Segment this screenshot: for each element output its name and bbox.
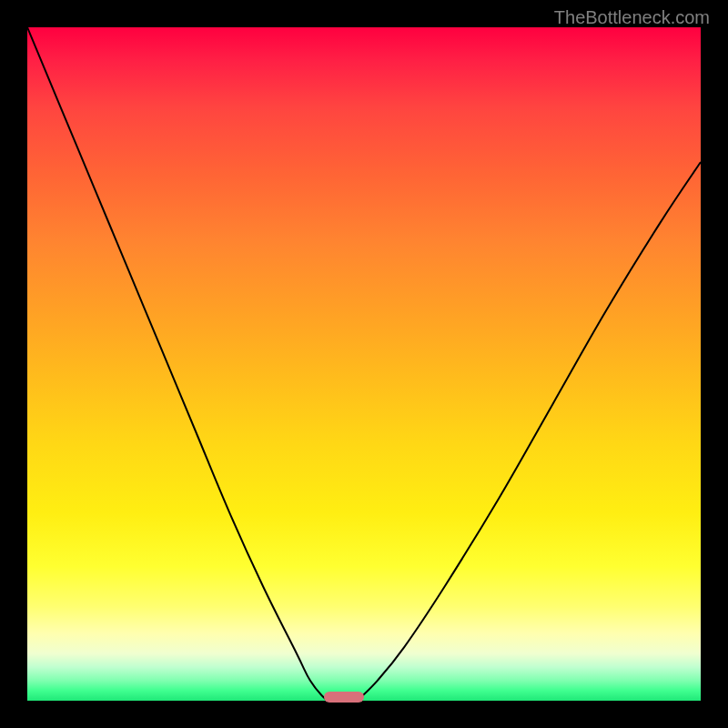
chart-plot-area <box>27 27 701 701</box>
curve-right <box>358 162 701 701</box>
watermark-text: TheBottleneck.com <box>554 7 710 28</box>
curve-left <box>27 27 330 701</box>
chart-curves <box>27 27 701 701</box>
bottleneck-marker <box>324 692 364 703</box>
